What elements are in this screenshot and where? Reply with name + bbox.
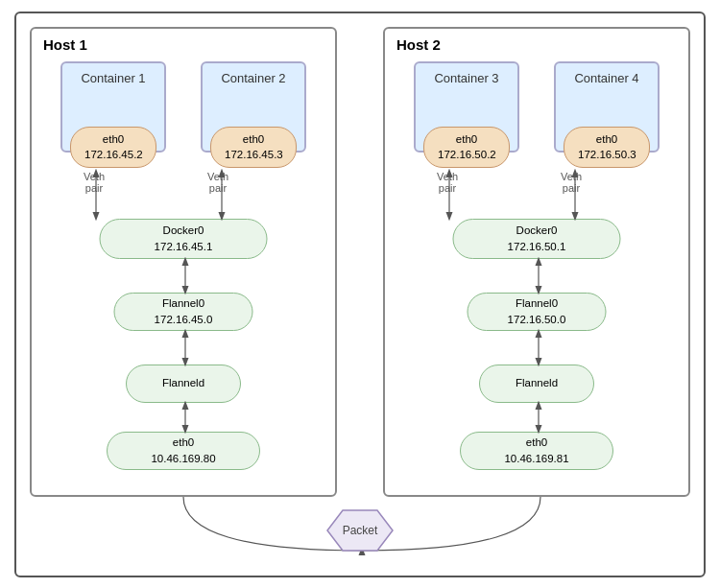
host1-eth0-pill: eth0 10.46.169.80 — [107, 432, 260, 470]
packet-hex: Packet — [325, 508, 395, 553]
container3-label: Container 3 — [434, 71, 498, 85]
host2-veth1-label: Vethpair — [437, 171, 458, 194]
host2-flannel0-pill: Flannel0 172.16.50.0 — [468, 293, 607, 331]
container1-eth: eth0 172.16.45.2 — [70, 127, 156, 167]
packet-container: Packet — [325, 508, 395, 553]
diagram: Host 1 Container 1 eth0 172.16.45.2 Cont… — [14, 12, 706, 577]
host2-title: Host 2 — [396, 36, 441, 53]
host2-container-row: Container 3 eth0 172.16.50.2 Container 4… — [385, 61, 688, 153]
container4-label: Container 4 — [574, 71, 638, 85]
host2-box: Host 2 Container 3 eth0 172.16.50.2 Cont… — [383, 27, 690, 497]
container1-label: Container 1 — [81, 71, 145, 85]
host1-box: Host 1 Container 1 eth0 172.16.45.2 Cont… — [30, 27, 337, 497]
container2-eth: eth0 172.16.45.3 — [210, 127, 297, 167]
host1-flanneld-pill: Flanneld — [126, 365, 241, 403]
host1-container-row: Container 1 eth0 172.16.45.2 Container 2… — [32, 61, 335, 153]
container1-box: Container 1 eth0 172.16.45.2 — [60, 61, 166, 153]
host1-flannel0-pill: Flannel0 172.16.45.0 — [114, 293, 253, 331]
container4-eth: eth0 172.16.50.3 — [564, 127, 650, 167]
container2-box: Container 2 eth0 172.16.45.3 — [201, 61, 306, 153]
container3-box: Container 3 eth0 172.16.50.2 — [414, 61, 519, 153]
host1-docker-pill: Docker0 172.16.45.1 — [100, 219, 268, 259]
host1-title: Host 1 — [43, 36, 87, 53]
host2-docker-pill: Docker0 172.16.50.1 — [453, 219, 621, 259]
container4-box: Container 4 eth0 172.16.50.3 — [554, 61, 660, 153]
svg-text:Packet: Packet — [343, 524, 378, 537]
host2-flanneld-pill: Flanneld — [479, 365, 594, 403]
host1-veth1-label: Vethpair — [84, 171, 105, 194]
container3-eth: eth0 172.16.50.2 — [423, 127, 510, 167]
container2-label: Container 2 — [221, 71, 285, 85]
host2-veth2-label: Vethpair — [561, 171, 582, 194]
host1-veth2-label: Vethpair — [207, 171, 228, 194]
host2-eth0-pill: eth0 10.46.169.81 — [460, 432, 613, 470]
